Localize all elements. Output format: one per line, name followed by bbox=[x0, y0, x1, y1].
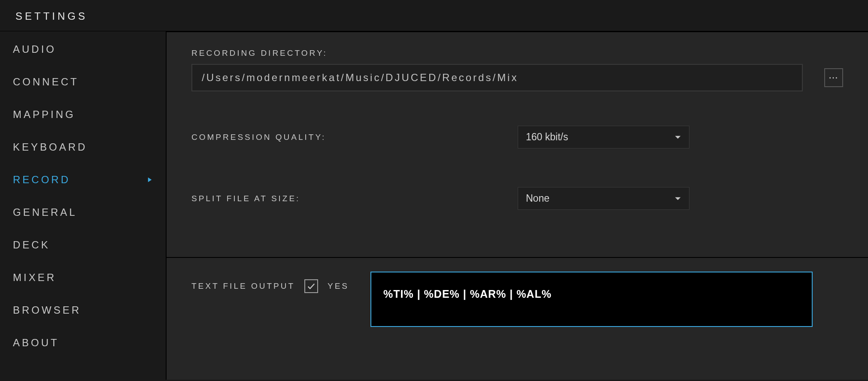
sidebar-item-record[interactable]: RECORD bbox=[0, 163, 166, 196]
browse-button[interactable]: ⋯ bbox=[824, 68, 843, 87]
yes-label: YES bbox=[328, 281, 349, 291]
select-value: None bbox=[526, 193, 549, 204]
sidebar-item-label: KEYBOARD bbox=[13, 141, 87, 153]
format-string-value: %TI% | %DE% | %AR% | %AL% bbox=[383, 288, 552, 300]
select-wrap: 160 kbit/s bbox=[518, 126, 689, 148]
sidebar-item-label: MIXER bbox=[13, 272, 56, 284]
recording-directory-label: RECORDING DIRECTORY: bbox=[191, 48, 843, 58]
sidebar-item-label: BROWSER bbox=[13, 304, 81, 316]
sidebar-item-general[interactable]: GENERAL bbox=[0, 196, 166, 229]
sidebar-item-about[interactable]: ABOUT bbox=[0, 327, 166, 359]
sidebar-item-mixer[interactable]: MIXER bbox=[0, 261, 166, 294]
recording-directory-row: ⋯ bbox=[191, 64, 843, 91]
recording-directory-input[interactable] bbox=[191, 64, 803, 91]
sidebar-item-label: AUDIO bbox=[13, 43, 56, 55]
sidebar-item-mapping[interactable]: MAPPING bbox=[0, 98, 166, 131]
sidebar: AUDIO CONNECT MAPPING KEYBOARD RECORD GE… bbox=[0, 31, 167, 380]
chevron-down-icon bbox=[674, 134, 681, 141]
layout: AUDIO CONNECT MAPPING KEYBOARD RECORD GE… bbox=[0, 31, 868, 380]
compression-quality-select[interactable]: 160 kbit/s bbox=[518, 126, 689, 148]
sidebar-item-label: CONNECT bbox=[13, 76, 79, 88]
section-divider bbox=[167, 257, 868, 258]
split-file-select[interactable]: None bbox=[518, 187, 689, 210]
sidebar-item-audio[interactable]: AUDIO bbox=[0, 33, 166, 66]
select-wrap: None bbox=[518, 187, 689, 210]
recording-directory-group: RECORDING DIRECTORY: ⋯ bbox=[191, 48, 843, 91]
select-value: 160 kbit/s bbox=[526, 131, 568, 143]
sidebar-item-label: RECORD bbox=[13, 174, 70, 186]
compression-quality-row: COMPRESSION QUALITY: 160 kbit/s bbox=[191, 126, 843, 148]
sidebar-item-deck[interactable]: DECK bbox=[0, 229, 166, 261]
chevron-down-icon bbox=[674, 195, 681, 202]
output-left: TEXT FILE OUTPUT YES bbox=[191, 272, 349, 293]
sidebar-item-connect[interactable]: CONNECT bbox=[0, 66, 166, 98]
text-file-output-label: TEXT FILE OUTPUT bbox=[191, 281, 295, 291]
sidebar-item-keyboard[interactable]: KEYBOARD bbox=[0, 131, 166, 163]
main-panel: RECORDING DIRECTORY: ⋯ COMPRESSION QUALI… bbox=[167, 31, 868, 380]
split-file-row: SPLIT FILE AT SIZE: None bbox=[191, 187, 843, 210]
settings-header: SETTINGS bbox=[0, 0, 868, 31]
sidebar-item-label: GENERAL bbox=[13, 206, 77, 218]
text-file-output-checkbox[interactable] bbox=[304, 279, 318, 293]
split-file-label: SPLIT FILE AT SIZE: bbox=[191, 194, 518, 203]
compression-quality-label: COMPRESSION QUALITY: bbox=[191, 133, 518, 142]
sidebar-item-label: ABOUT bbox=[13, 337, 59, 349]
page-title: SETTINGS bbox=[15, 10, 853, 22]
sidebar-item-browser[interactable]: BROWSER bbox=[0, 294, 166, 327]
ellipsis-icon: ⋯ bbox=[829, 73, 839, 82]
check-icon bbox=[307, 281, 316, 291]
sidebar-item-label: MAPPING bbox=[13, 109, 76, 121]
text-file-output-row: TEXT FILE OUTPUT YES %TI% | %DE% | %AR% … bbox=[191, 272, 843, 327]
chevron-right-icon bbox=[147, 177, 153, 183]
sidebar-item-label: DECK bbox=[13, 239, 50, 251]
format-string-input[interactable]: %TI% | %DE% | %AR% | %AL% bbox=[370, 272, 813, 327]
